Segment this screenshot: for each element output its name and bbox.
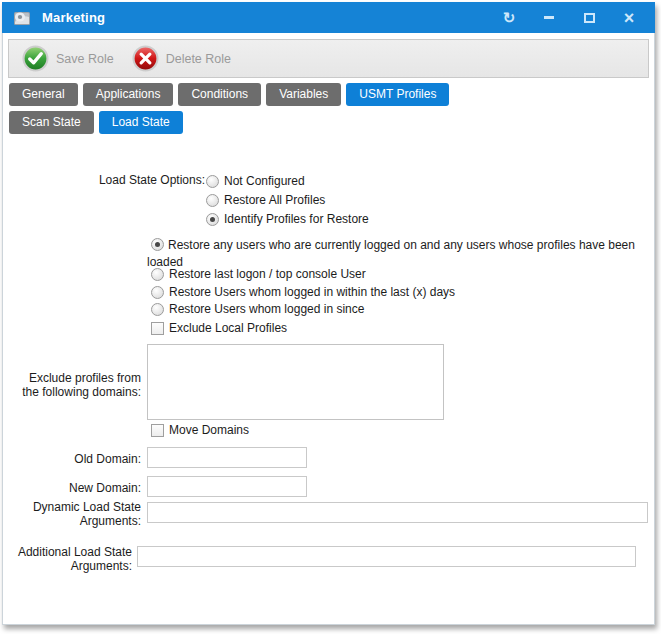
move-domains-checkbox[interactable]: Move Domains bbox=[151, 423, 249, 437]
radio-icon bbox=[206, 175, 219, 188]
radio-icon bbox=[151, 268, 164, 281]
radio-restore-last-logon[interactable]: Restore last logon / top console User bbox=[151, 267, 366, 281]
exclude-local-profiles-checkbox[interactable]: Exclude Local Profiles bbox=[151, 321, 287, 335]
new-domain-label: New Domain: bbox=[11, 481, 141, 495]
radio-restore-last-x-days[interactable]: Restore Users whom logged in within the … bbox=[151, 285, 455, 299]
radio-not-configured[interactable]: Not Configured bbox=[206, 174, 305, 188]
old-domain-label: Old Domain: bbox=[11, 452, 141, 466]
checkbox-icon bbox=[151, 424, 164, 437]
radio-restore-logged-on-users[interactable]: Restore any users who are currently logg… bbox=[147, 237, 653, 271]
exclude-domains-textarea[interactable] bbox=[147, 344, 444, 420]
radio-icon bbox=[151, 303, 164, 316]
radio-label: Restore Users whom logged in since bbox=[169, 302, 364, 316]
checkbox-label: Move Domains bbox=[169, 423, 249, 437]
radio-icon bbox=[151, 286, 164, 299]
radio-label: Identify Profiles for Restore bbox=[224, 212, 369, 226]
radio-identify-profiles[interactable]: Identify Profiles for Restore bbox=[206, 212, 369, 226]
load-state-options-label: Load State Options: bbox=[63, 173, 205, 187]
radio-label: Restore any users who are currently logg… bbox=[147, 238, 635, 269]
marketing-role-window: Marketing ↻ × Save Role bbox=[2, 2, 655, 625]
radio-label: Restore last logon / top console User bbox=[169, 267, 366, 281]
radio-restore-since[interactable]: Restore Users whom logged in since bbox=[151, 302, 364, 316]
checkbox-label: Exclude Local Profiles bbox=[169, 321, 287, 335]
radio-icon bbox=[151, 238, 164, 251]
new-domain-input[interactable] bbox=[147, 476, 307, 497]
additional-args-label: Additional Load State Arguments: bbox=[3, 545, 132, 573]
dynamic-args-input[interactable] bbox=[147, 502, 648, 523]
radio-icon bbox=[206, 194, 219, 207]
old-domain-input[interactable] bbox=[147, 447, 307, 468]
checkbox-icon bbox=[151, 322, 164, 335]
load-state-form: Load State Options: Not Configured Resto… bbox=[3, 3, 654, 624]
exclude-domains-label: Exclude profiles from the following doma… bbox=[11, 371, 141, 399]
radio-label: Restore All Profiles bbox=[224, 193, 325, 207]
dynamic-args-label: Dynamic Load State Arguments: bbox=[11, 500, 141, 528]
additional-args-input[interactable] bbox=[137, 546, 636, 567]
radio-icon bbox=[206, 213, 219, 226]
radio-label: Not Configured bbox=[224, 174, 305, 188]
radio-label: Restore Users whom logged in within the … bbox=[169, 285, 455, 299]
radio-restore-all-profiles[interactable]: Restore All Profiles bbox=[206, 193, 325, 207]
